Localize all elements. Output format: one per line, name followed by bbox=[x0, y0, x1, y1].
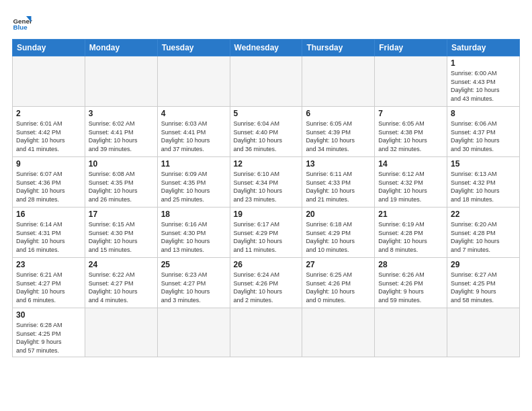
day-info: Sunrise: 6:25 AM Sunset: 4:26 PM Dayligh… bbox=[306, 271, 371, 304]
calendar-cell bbox=[85, 308, 157, 357]
calendar-cell: 12Sunrise: 6:10 AM Sunset: 4:34 PM Dayli… bbox=[230, 157, 302, 208]
day-info: Sunrise: 6:01 AM Sunset: 4:42 PM Dayligh… bbox=[16, 120, 81, 153]
day-info: Sunrise: 6:10 AM Sunset: 4:34 PM Dayligh… bbox=[234, 170, 299, 203]
day-number: 26 bbox=[234, 260, 299, 269]
day-number: 9 bbox=[16, 159, 81, 169]
calendar-cell: 4Sunrise: 6:03 AM Sunset: 4:41 PM Daylig… bbox=[157, 107, 230, 157]
calendar-cell: 16Sunrise: 6:14 AM Sunset: 4:31 PM Dayli… bbox=[13, 208, 85, 258]
calendar-cell: 13Sunrise: 6:11 AM Sunset: 4:33 PM Dayli… bbox=[302, 157, 375, 208]
svg-text:Blue: Blue bbox=[13, 24, 28, 31]
day-number: 10 bbox=[89, 159, 154, 169]
calendar-cell bbox=[302, 308, 375, 357]
day-number: 19 bbox=[234, 210, 299, 219]
day-number: 27 bbox=[306, 260, 371, 269]
day-info: Sunrise: 6:04 AM Sunset: 4:40 PM Dayligh… bbox=[234, 120, 299, 153]
calendar-cell: 7Sunrise: 6:05 AM Sunset: 4:38 PM Daylig… bbox=[375, 107, 447, 157]
day-number: 24 bbox=[89, 260, 154, 269]
day-info: Sunrise: 6:23 AM Sunset: 4:27 PM Dayligh… bbox=[161, 271, 226, 304]
calendar-cell: 23Sunrise: 6:21 AM Sunset: 4:27 PM Dayli… bbox=[13, 258, 85, 308]
calendar-cell bbox=[375, 56, 447, 107]
weekday-header-saturday: Saturday bbox=[447, 40, 520, 56]
calendar-cell: 28Sunrise: 6:26 AM Sunset: 4:26 PM Dayli… bbox=[375, 258, 447, 308]
day-info: Sunrise: 6:19 AM Sunset: 4:28 PM Dayligh… bbox=[378, 220, 443, 254]
calendar-cell: 3Sunrise: 6:02 AM Sunset: 4:41 PM Daylig… bbox=[85, 107, 157, 157]
calendar-week-row: 2Sunrise: 6:01 AM Sunset: 4:42 PM Daylig… bbox=[13, 107, 520, 157]
day-info: Sunrise: 6:05 AM Sunset: 4:38 PM Dayligh… bbox=[378, 120, 443, 153]
calendar-cell bbox=[157, 308, 230, 357]
day-info: Sunrise: 6:02 AM Sunset: 4:41 PM Dayligh… bbox=[89, 120, 154, 153]
calendar-cell: 9Sunrise: 6:07 AM Sunset: 4:36 PM Daylig… bbox=[13, 157, 85, 208]
day-info: Sunrise: 6:08 AM Sunset: 4:35 PM Dayligh… bbox=[89, 170, 154, 203]
day-info: Sunrise: 6:17 AM Sunset: 4:29 PM Dayligh… bbox=[234, 220, 299, 254]
weekday-header-wednesday: Wednesday bbox=[230, 40, 302, 56]
calendar-cell: 19Sunrise: 6:17 AM Sunset: 4:29 PM Dayli… bbox=[230, 208, 302, 258]
calendar-cell bbox=[302, 56, 375, 107]
day-info: Sunrise: 6:27 AM Sunset: 4:25 PM Dayligh… bbox=[451, 271, 516, 304]
day-number: 28 bbox=[378, 260, 443, 269]
day-info: Sunrise: 6:18 AM Sunset: 4:29 PM Dayligh… bbox=[306, 220, 371, 254]
weekday-header-thursday: Thursday bbox=[302, 40, 375, 56]
day-number: 7 bbox=[378, 109, 443, 118]
day-info: Sunrise: 6:12 AM Sunset: 4:32 PM Dayligh… bbox=[378, 170, 443, 203]
day-info: Sunrise: 6:14 AM Sunset: 4:31 PM Dayligh… bbox=[16, 220, 81, 254]
day-info: Sunrise: 6:09 AM Sunset: 4:35 PM Dayligh… bbox=[161, 170, 226, 203]
day-number: 5 bbox=[234, 109, 299, 118]
day-number: 1 bbox=[451, 58, 516, 68]
calendar-cell bbox=[375, 308, 447, 357]
calendar-cell bbox=[230, 308, 302, 357]
calendar-cell: 21Sunrise: 6:19 AM Sunset: 4:28 PM Dayli… bbox=[375, 208, 447, 258]
calendar-cell bbox=[447, 308, 520, 357]
calendar-cell: 18Sunrise: 6:16 AM Sunset: 4:30 PM Dayli… bbox=[157, 208, 230, 258]
calendar-week-row: 23Sunrise: 6:21 AM Sunset: 4:27 PM Dayli… bbox=[13, 258, 520, 308]
weekday-header-sunday: Sunday bbox=[13, 40, 85, 56]
logo: General Blue bbox=[12, 12, 32, 32]
day-number: 3 bbox=[89, 109, 154, 118]
day-info: Sunrise: 6:13 AM Sunset: 4:32 PM Dayligh… bbox=[451, 170, 516, 203]
calendar-cell: 27Sunrise: 6:25 AM Sunset: 4:26 PM Dayli… bbox=[302, 258, 375, 308]
calendar-cell: 24Sunrise: 6:22 AM Sunset: 4:27 PM Dayli… bbox=[85, 258, 157, 308]
calendar-cell: 8Sunrise: 6:06 AM Sunset: 4:37 PM Daylig… bbox=[447, 107, 520, 157]
day-info: Sunrise: 6:26 AM Sunset: 4:26 PM Dayligh… bbox=[378, 271, 443, 304]
calendar-cell: 14Sunrise: 6:12 AM Sunset: 4:32 PM Dayli… bbox=[375, 157, 447, 208]
calendar-week-row: 1Sunrise: 6:00 AM Sunset: 4:43 PM Daylig… bbox=[13, 56, 520, 107]
calendar-cell: 20Sunrise: 6:18 AM Sunset: 4:29 PM Dayli… bbox=[302, 208, 375, 258]
calendar-cell bbox=[13, 56, 85, 107]
calendar-cell: 2Sunrise: 6:01 AM Sunset: 4:42 PM Daylig… bbox=[13, 107, 85, 157]
page: General Blue SundayMondayTuesdayWednesda… bbox=[0, 0, 532, 411]
weekday-header-tuesday: Tuesday bbox=[157, 40, 230, 56]
calendar-cell: 22Sunrise: 6:20 AM Sunset: 4:28 PM Dayli… bbox=[447, 208, 520, 258]
header: General Blue bbox=[12, 12, 520, 32]
calendar-cell: 17Sunrise: 6:15 AM Sunset: 4:30 PM Dayli… bbox=[85, 208, 157, 258]
day-number: 4 bbox=[161, 109, 226, 118]
day-info: Sunrise: 6:16 AM Sunset: 4:30 PM Dayligh… bbox=[161, 220, 226, 254]
day-info: Sunrise: 6:00 AM Sunset: 4:43 PM Dayligh… bbox=[451, 69, 516, 103]
calendar-cell bbox=[157, 56, 230, 107]
day-info: Sunrise: 6:28 AM Sunset: 4:25 PM Dayligh… bbox=[16, 321, 81, 355]
generalblue-logo-icon: General Blue bbox=[12, 12, 32, 32]
day-info: Sunrise: 6:20 AM Sunset: 4:28 PM Dayligh… bbox=[451, 220, 516, 254]
calendar: SundayMondayTuesdayWednesdayThursdayFrid… bbox=[12, 39, 520, 357]
weekday-header-row: SundayMondayTuesdayWednesdayThursdayFrid… bbox=[13, 40, 520, 56]
calendar-cell: 5Sunrise: 6:04 AM Sunset: 4:40 PM Daylig… bbox=[230, 107, 302, 157]
day-number: 23 bbox=[16, 260, 81, 269]
day-number: 18 bbox=[161, 210, 226, 219]
day-number: 17 bbox=[89, 210, 154, 219]
day-number: 14 bbox=[378, 159, 443, 169]
calendar-cell: 30Sunrise: 6:28 AM Sunset: 4:25 PM Dayli… bbox=[13, 308, 85, 357]
day-info: Sunrise: 6:05 AM Sunset: 4:39 PM Dayligh… bbox=[306, 120, 371, 153]
day-info: Sunrise: 6:21 AM Sunset: 4:27 PM Dayligh… bbox=[16, 271, 81, 304]
day-number: 2 bbox=[16, 109, 81, 118]
day-number: 15 bbox=[451, 159, 516, 169]
calendar-cell: 29Sunrise: 6:27 AM Sunset: 4:25 PM Dayli… bbox=[447, 258, 520, 308]
calendar-cell: 10Sunrise: 6:08 AM Sunset: 4:35 PM Dayli… bbox=[85, 157, 157, 208]
day-info: Sunrise: 6:06 AM Sunset: 4:37 PM Dayligh… bbox=[451, 120, 516, 153]
calendar-cell: 26Sunrise: 6:24 AM Sunset: 4:26 PM Dayli… bbox=[230, 258, 302, 308]
day-number: 30 bbox=[16, 310, 81, 320]
weekday-header-friday: Friday bbox=[375, 40, 447, 56]
calendar-cell: 6Sunrise: 6:05 AM Sunset: 4:39 PM Daylig… bbox=[302, 107, 375, 157]
calendar-cell: 15Sunrise: 6:13 AM Sunset: 4:32 PM Dayli… bbox=[447, 157, 520, 208]
calendar-cell: 1Sunrise: 6:00 AM Sunset: 4:43 PM Daylig… bbox=[447, 56, 520, 107]
day-number: 6 bbox=[306, 109, 371, 118]
weekday-header-monday: Monday bbox=[85, 40, 157, 56]
calendar-cell: 25Sunrise: 6:23 AM Sunset: 4:27 PM Dayli… bbox=[157, 258, 230, 308]
